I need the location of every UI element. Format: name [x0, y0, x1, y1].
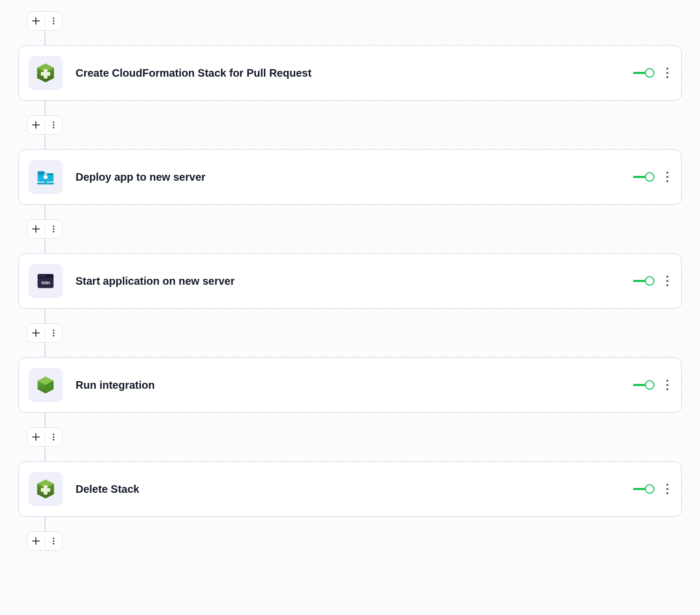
step-menu-button[interactable] [663, 68, 672, 78]
svg-point-8 [53, 124, 54, 125]
step-enabled-toggle[interactable] [633, 276, 654, 286]
svg-point-18 [39, 275, 40, 276]
step-menu-button[interactable] [663, 484, 672, 494]
step-title: Start application on new server [76, 275, 633, 287]
svg-point-0 [53, 17, 54, 19]
pipeline-step[interactable]: SSH Start application on new server [18, 253, 682, 309]
svg-point-1 [53, 20, 54, 21]
add-step-menu-button[interactable] [45, 116, 62, 134]
step-title: Delete Stack [76, 483, 633, 495]
add-step-divider [27, 427, 682, 447]
step-enabled-toggle[interactable] [633, 380, 654, 390]
step-actions [633, 276, 672, 286]
add-step-divider [27, 11, 682, 31]
svg-point-35 [53, 537, 54, 539]
svg-point-2 [53, 23, 54, 24]
add-step-menu-button[interactable] [45, 532, 62, 550]
add-step-button[interactable] [27, 116, 44, 134]
step-actions [633, 172, 672, 182]
step-service-icon-wrap: SSH [28, 264, 63, 298]
svg-point-9 [53, 127, 54, 128]
step-service-icon-wrap [28, 368, 63, 402]
cloudformation-icon [34, 62, 57, 84]
svg-point-19 [42, 275, 43, 276]
step-enabled-toggle[interactable] [633, 172, 654, 182]
step-menu-button[interactable] [663, 380, 672, 390]
pipeline-rail: Create CloudFormation Stack for Pull Req… [18, 11, 682, 551]
add-step-button[interactable] [27, 428, 44, 446]
svg-point-23 [53, 332, 54, 334]
add-step-pill [27, 115, 63, 135]
step-service-icon-wrap [28, 56, 63, 90]
sftp-icon [34, 166, 57, 188]
svg-point-36 [53, 540, 54, 542]
svg-rect-12 [44, 175, 48, 179]
add-step-pill [27, 219, 63, 239]
pipeline-step[interactable]: Create CloudFormation Stack for Pull Req… [18, 45, 682, 101]
add-step-menu-button[interactable] [45, 428, 62, 446]
more-vertical-icon [49, 329, 58, 337]
add-step-button[interactable] [27, 532, 44, 550]
plus-icon [32, 225, 40, 233]
plus-icon [32, 537, 40, 545]
svg-text:SSH: SSH [41, 280, 50, 285]
step-actions [633, 484, 672, 494]
add-step-divider [27, 531, 682, 551]
step-enabled-toggle[interactable] [633, 68, 654, 78]
cloudformation-icon [34, 478, 57, 500]
step-service-icon-wrap [28, 160, 63, 194]
add-step-pill [27, 531, 63, 551]
ssh-icon: SSH [34, 270, 57, 292]
step-actions [633, 68, 672, 78]
svg-point-22 [53, 329, 54, 331]
step-title: Create CloudFormation Stack for Pull Req… [76, 67, 633, 79]
svg-rect-34 [41, 488, 50, 492]
add-step-pill [27, 11, 63, 31]
svg-point-29 [53, 436, 54, 438]
add-step-menu-button[interactable] [45, 324, 62, 342]
more-vertical-icon [49, 121, 58, 129]
add-step-button[interactable] [27, 220, 44, 238]
step-actions [633, 380, 672, 390]
more-vertical-icon [49, 433, 58, 441]
pipeline-step[interactable]: Run integration [18, 357, 682, 413]
more-vertical-icon [49, 225, 58, 233]
pipeline-step[interactable]: Deploy app to new server [18, 149, 682, 205]
more-vertical-icon [49, 537, 58, 545]
plus-icon [32, 121, 40, 129]
add-step-pill [27, 323, 63, 343]
plus-icon [32, 433, 40, 441]
step-menu-button[interactable] [663, 172, 672, 182]
step-title: Run integration [76, 379, 633, 391]
add-step-divider [27, 115, 682, 135]
step-service-icon-wrap [28, 472, 63, 506]
add-step-button[interactable] [27, 324, 44, 342]
svg-point-15 [53, 231, 54, 232]
svg-rect-6 [41, 72, 50, 76]
svg-point-28 [53, 433, 54, 435]
step-title: Deploy app to new server [76, 171, 633, 183]
step-enabled-toggle[interactable] [633, 484, 654, 494]
svg-point-37 [53, 543, 54, 544]
pipeline-step[interactable]: Delete Stack [18, 461, 682, 517]
add-step-button[interactable] [27, 12, 44, 30]
step-menu-button[interactable] [663, 276, 672, 286]
more-vertical-icon [49, 17, 58, 25]
svg-point-20 [44, 275, 45, 276]
svg-point-14 [53, 228, 54, 229]
plus-icon [32, 329, 40, 337]
svg-point-30 [53, 439, 54, 440]
add-step-pill [27, 427, 63, 447]
add-step-menu-button[interactable] [45, 12, 62, 30]
add-step-divider [27, 323, 682, 343]
svg-point-7 [53, 121, 54, 123]
add-step-divider [27, 219, 682, 239]
plus-icon [32, 17, 40, 25]
pipeline-canvas: Create CloudFormation Stack for Pull Req… [0, 0, 700, 573]
node-icon [34, 374, 57, 396]
add-step-menu-button[interactable] [45, 220, 62, 238]
svg-point-13 [53, 225, 54, 227]
svg-point-24 [53, 335, 54, 336]
